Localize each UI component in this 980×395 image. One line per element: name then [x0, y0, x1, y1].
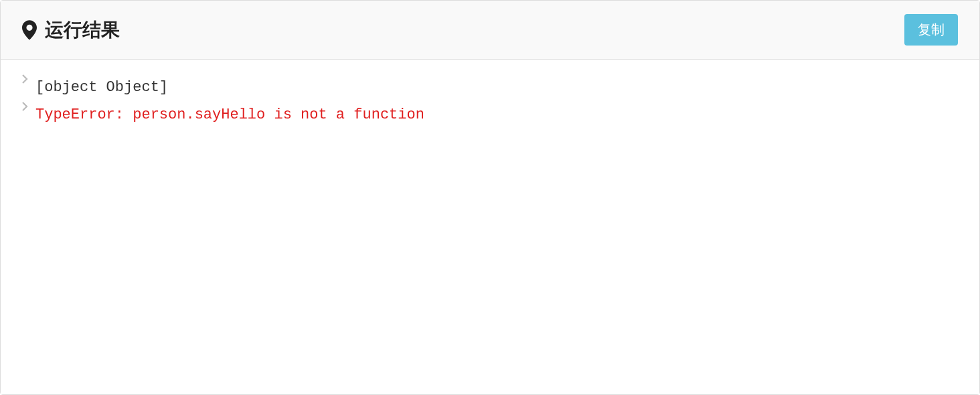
map-marker-icon [22, 20, 37, 40]
output-line: [object Object] [21, 74, 959, 102]
copy-button[interactable]: 复制 [904, 14, 958, 46]
result-panel-header: 运行结果 复制 [1, 1, 979, 60]
output-line: TypeError: person.sayHello is not a func… [21, 102, 959, 129]
chevron-right-icon [21, 74, 29, 84]
output-error-text: TypeError: person.sayHello is not a func… [35, 102, 424, 129]
chevron-right-icon [21, 102, 29, 111]
result-output-area: [object Object] TypeError: person.sayHel… [1, 60, 979, 394]
panel-title: 运行结果 [45, 17, 120, 43]
output-text: [object Object] [35, 74, 168, 102]
result-panel: 运行结果 复制 [object Object] TypeError: perso… [0, 0, 980, 395]
panel-title-group: 运行结果 [22, 17, 120, 43]
